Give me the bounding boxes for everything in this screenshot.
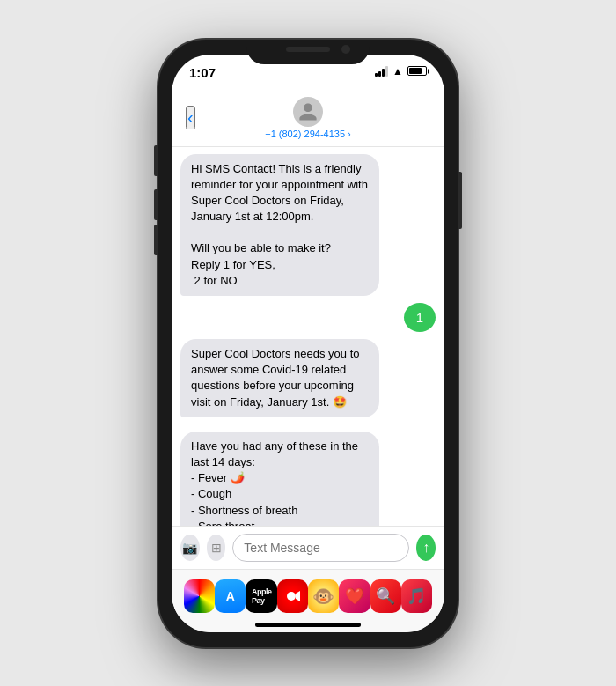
signal-icon bbox=[375, 66, 388, 77]
notch bbox=[246, 40, 370, 64]
message-input[interactable] bbox=[232, 534, 409, 562]
nav-bar: ‹ +1 (802) 294-4135 › bbox=[172, 93, 444, 147]
dock-heart[interactable]: ❤️ bbox=[339, 579, 370, 613]
send-icon: ↑ bbox=[422, 540, 429, 556]
apps-button[interactable]: ⊞ bbox=[207, 535, 226, 561]
dock-avatar[interactable]: 🐵 bbox=[308, 579, 339, 613]
message-3: Super Cool Doctors needs you to answer s… bbox=[180, 339, 379, 417]
message-1: Hi SMS Contact! This is a friendly remin… bbox=[180, 154, 379, 297]
message-2-sent: 1 bbox=[404, 303, 436, 332]
phone-screen: 1:07 ▲ ‹ bbox=[172, 55, 444, 632]
dock-photos[interactable] bbox=[184, 579, 215, 613]
message-5: Have you had any of these in the last 14… bbox=[180, 432, 379, 526]
status-time: 1:07 bbox=[189, 65, 216, 80]
dock-appstore[interactable]: A bbox=[215, 579, 246, 613]
status-icons: ▲ bbox=[375, 65, 427, 77]
message-2-text: 1 bbox=[416, 310, 423, 325]
home-indicator bbox=[255, 623, 361, 627]
camera-button[interactable]: 📷 bbox=[180, 535, 200, 561]
dock-applepay[interactable]: ApplePay bbox=[246, 579, 277, 613]
message-5-text: Have you had any of these in the last 14… bbox=[191, 439, 358, 526]
contact-avatar bbox=[293, 97, 323, 127]
contact-header[interactable]: +1 (802) 294-4135 › bbox=[265, 97, 351, 139]
phone-frame: 1:07 ▲ ‹ bbox=[158, 40, 458, 647]
front-camera bbox=[341, 45, 350, 54]
input-bar: 📷 ⊞ ↑ bbox=[172, 526, 444, 569]
svg-point-18 bbox=[287, 592, 296, 601]
contact-number: +1 (802) 294-4135 › bbox=[265, 129, 351, 139]
battery-icon bbox=[407, 66, 427, 76]
camera-icon: 📷 bbox=[182, 541, 197, 555]
back-button[interactable]: ‹ bbox=[186, 106, 195, 129]
dock-search[interactable]: 🔍 bbox=[370, 579, 401, 613]
apps-icon: ⊞ bbox=[211, 541, 222, 555]
messages-area: Hi SMS Contact! This is a friendly remin… bbox=[172, 147, 444, 526]
dock-facetime[interactable] bbox=[277, 579, 308, 613]
message-1-text: Hi SMS Contact! This is a friendly remin… bbox=[191, 162, 368, 287]
dock-music[interactable]: 🎵 bbox=[401, 579, 432, 613]
speaker bbox=[286, 47, 330, 52]
wifi-icon: ▲ bbox=[392, 65, 403, 77]
person-icon bbox=[297, 101, 319, 122]
message-3-text: Super Cool Doctors needs you to answer s… bbox=[191, 347, 360, 409]
send-button[interactable]: ↑ bbox=[416, 535, 436, 561]
